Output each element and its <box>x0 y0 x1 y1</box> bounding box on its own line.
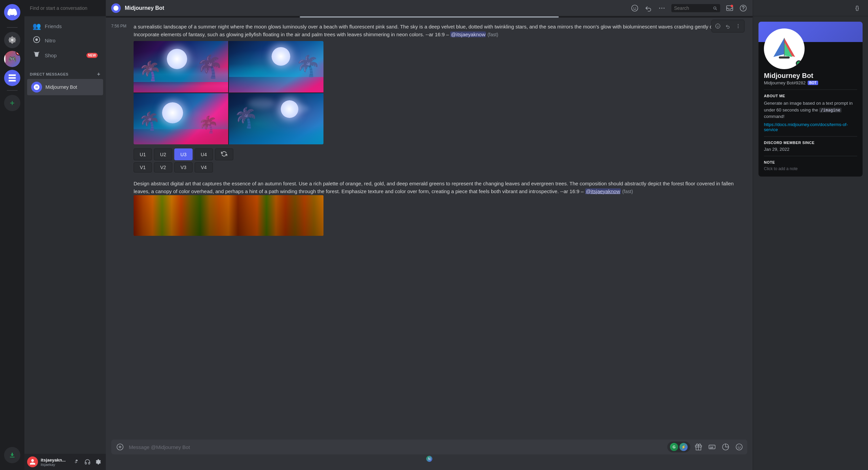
member-since-title: DISCORD MEMBER SINCE <box>764 141 857 145</box>
u2-button[interactable]: U2 <box>154 148 172 160</box>
more-options-button[interactable] <box>658 4 666 12</box>
right-panel: {} <box>753 0 868 470</box>
emoji-react-button[interactable] <box>713 21 723 31</box>
settings-icon <box>95 459 101 465</box>
svg-point-8 <box>659 7 660 8</box>
refresh-button[interactable] <box>215 148 233 160</box>
svg-point-12 <box>731 4 733 7</box>
sidebar-item-shop[interactable]: Shop NEW <box>27 48 103 63</box>
chat-search-bar[interactable] <box>671 4 720 12</box>
svg-point-7 <box>635 7 636 8</box>
mention-1: @itsjaeyaknow <box>450 32 486 37</box>
server-icon-nitro[interactable]: 🎮 32 <box>4 51 20 67</box>
more-hover-button[interactable] <box>733 21 743 31</box>
about-text-after: command! <box>764 114 785 119</box>
palms-1: 🌴 <box>138 60 162 82</box>
add-dm-button[interactable]: + <box>97 71 100 77</box>
ocean-4 <box>229 126 323 144</box>
v3-button[interactable]: V3 <box>174 162 193 172</box>
nitro-dot-row: N <box>111 456 747 462</box>
server-icon-1[interactable] <box>4 32 20 48</box>
speed-1: (fast) <box>488 32 498 37</box>
code-block-icon: {} <box>855 5 859 11</box>
svg-point-25 <box>738 446 738 447</box>
dm-search-input[interactable] <box>30 5 100 11</box>
sidebar-item-friends[interactable]: 👥 Friends <box>27 19 103 33</box>
action-buttons-row-2: V1 V2 V3 V4 <box>134 162 747 172</box>
more-hover-icon <box>735 23 741 29</box>
chat-area: Midjourney Bot <box>106 0 753 470</box>
note-input[interactable]: Click to add a note <box>764 166 857 171</box>
svg-point-14 <box>743 9 743 9</box>
svg-point-9 <box>662 7 663 8</box>
deafen-button[interactable] <box>83 457 92 467</box>
dm-section-title: DIRECT MESSAGES <box>30 72 68 76</box>
discord-logo-button[interactable] <box>4 4 20 20</box>
v4-button[interactable]: V4 <box>195 162 213 172</box>
midjourney-bot-avatar <box>31 82 42 93</box>
bot-sailboat-icon <box>771 35 798 62</box>
v1-button[interactable]: V1 <box>134 162 152 172</box>
image-grid-1: 🌴 🌴 🌴 <box>134 41 323 144</box>
svg-point-26 <box>740 446 741 447</box>
message-timestamp-1: 7:56 PM <box>111 23 128 175</box>
terms-of-service-link[interactable]: https://docs.midjourney.com/docs/terms-o… <box>764 122 857 132</box>
friends-icon: 👥 <box>33 22 41 30</box>
nitro-svg-icon <box>33 36 40 43</box>
right-panel-content: Midjourney Bot Midjourney Bot#9282 BOT A… <box>753 16 868 470</box>
dm-search-bar[interactable] <box>24 0 106 16</box>
u4-button[interactable]: U4 <box>195 148 213 160</box>
reply-button[interactable] <box>644 4 652 12</box>
scroll-thumb[interactable] <box>300 16 558 18</box>
svg-point-20 <box>738 27 738 28</box>
attach-icon <box>116 443 124 451</box>
bot-profile-card: Midjourney Bot Midjourney Bot#9282 BOT A… <box>758 42 863 177</box>
u1-button[interactable]: U1 <box>134 148 152 160</box>
message-input[interactable] <box>129 441 665 453</box>
mention-2[interactable]: @itsjaeyaknow <box>585 188 621 194</box>
server-icon-3[interactable] <box>4 70 20 86</box>
sidebar-item-nitro[interactable]: Nitro <box>27 33 103 48</box>
imagine-command[interactable]: /imagine <box>819 108 842 113</box>
reply-hover-button[interactable] <box>723 21 733 31</box>
dm-item-midjourney-bot[interactable]: Midjourney Bot <box>27 79 103 95</box>
currency-group[interactable]: G ⚡ <box>667 442 690 452</box>
code-block-button[interactable]: {} <box>852 3 863 14</box>
emoji-button[interactable] <box>631 4 639 12</box>
svg-point-16 <box>717 25 717 26</box>
nitro-boost-indicator[interactable]: N <box>426 456 432 462</box>
u3-button[interactable]: U3 <box>174 148 193 160</box>
mute-button[interactable] <box>72 457 81 467</box>
download-button[interactable] <box>4 447 20 463</box>
dm-section-header: DIRECT MESSAGES + <box>24 66 106 79</box>
chat-search-input[interactable] <box>674 5 711 11</box>
emoji-input-button[interactable] <box>734 442 745 452</box>
image-cell-top-left: 🌴 🌴 <box>134 41 228 93</box>
chat-header-actions <box>631 4 747 12</box>
add-server-button[interactable]: + <box>4 95 20 111</box>
svg-point-6 <box>633 7 634 8</box>
palms-5: 🌴 <box>198 115 219 134</box>
chat-bot-avatar <box>111 3 121 13</box>
about-me-text: Generate an image based on a text prompt… <box>764 100 857 120</box>
settings-button[interactable] <box>94 457 103 467</box>
gift-button[interactable] <box>693 442 704 452</box>
gif-button[interactable]: GIF <box>707 442 717 452</box>
image-cell-top-right: 🌴 <box>229 41 323 93</box>
attach-button[interactable] <box>114 441 126 453</box>
bot-tag-row: Midjourney Bot#9282 BOT <box>764 80 857 85</box>
right-panel-header: {} <box>753 0 868 16</box>
v2-button[interactable]: V2 <box>154 162 172 172</box>
sticker-icon <box>722 443 729 451</box>
inbox-button[interactable] <box>726 4 734 12</box>
chat-input-box: G ⚡ GIF <box>111 440 747 454</box>
message-text-1: a surrealistic landscape of a summer nig… <box>134 23 747 38</box>
server-1-icon <box>7 35 17 45</box>
chat-title: Midjourney Bot <box>125 5 164 11</box>
more-options-icon <box>658 4 666 12</box>
svg-point-10 <box>664 7 665 8</box>
svg-point-5 <box>632 5 638 11</box>
help-button[interactable] <box>739 4 747 12</box>
svg-text:GIF: GIF <box>710 446 714 449</box>
sticker-button[interactable] <box>720 442 731 452</box>
